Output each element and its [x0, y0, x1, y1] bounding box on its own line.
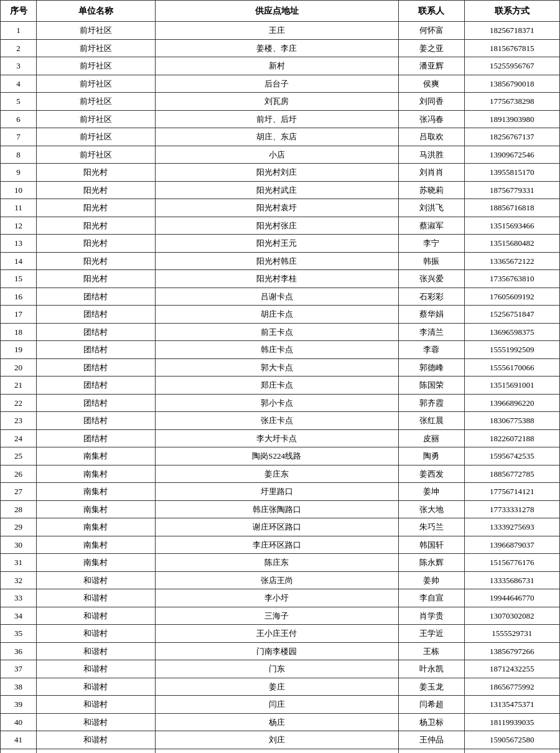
- table-cell: 阳光村: [37, 270, 155, 288]
- table-cell: 39: [1, 696, 37, 714]
- table-cell: 15: [1, 270, 37, 288]
- table-cell: 马洪胜: [398, 146, 464, 164]
- table-cell: 28: [1, 500, 37, 518]
- table-row: 22团结村郭小卡点郭齐霞13966896220: [1, 394, 560, 412]
- table-row: 9阳光村阳光村刘庄刘肖肖13955815170: [1, 164, 560, 182]
- table-cell: 21: [1, 376, 37, 395]
- header-unit: 单位名称: [37, 1, 155, 22]
- table-cell: 15255956767: [464, 57, 559, 75]
- table-cell: 李清兰: [398, 323, 464, 341]
- table-cell: 杨庄: [155, 713, 398, 731]
- table-row: 12阳光村阳光村张庄蔡淑军13515693466: [1, 217, 560, 235]
- table-row: 27南集村圩里路口姜坤17756714121: [1, 483, 560, 501]
- table-cell: 南集村: [37, 554, 155, 572]
- table-cell: 王仲品: [398, 731, 464, 749]
- table-row: 1前圩社区王庄何怀富18256718371: [1, 22, 560, 40]
- table-cell: 17733331278: [464, 500, 559, 518]
- table-cell: 4: [1, 75, 37, 93]
- table-row: 3前圩社区新村潘亚辉15255956767: [1, 57, 560, 75]
- table-row: 6前圩社区前圩、后圩张冯春18913903980: [1, 110, 560, 128]
- table-cell: 阳光村韩庄: [155, 252, 398, 270]
- table-cell: 和谐村: [37, 589, 155, 607]
- table-cell: 前圩社区: [37, 75, 155, 93]
- table-cell: 13: [1, 235, 37, 253]
- table-cell: 24: [1, 429, 37, 447]
- table-cell: 阳光村: [37, 235, 155, 253]
- table-cell: 33: [1, 589, 37, 607]
- table-cell: 42: [1, 749, 37, 753]
- table-cell: 13966879037: [464, 536, 559, 554]
- table-cell: 1555529731: [464, 625, 559, 643]
- table-cell: 13070302082: [464, 607, 559, 625]
- table-cell: 13515693466: [464, 217, 559, 235]
- table-row: 39和谐村闫庄闫希超13135475371: [1, 696, 560, 714]
- table-cell: 阳光村袁圩: [155, 199, 398, 217]
- table-cell: 陈永辉: [398, 554, 464, 572]
- table-cell: 15556170066: [464, 358, 559, 376]
- table-cell: 朱巧兰: [398, 518, 464, 536]
- table-cell: 南集村: [37, 518, 155, 536]
- table-cell: 张大地: [398, 500, 464, 518]
- table-cell: 前圩社区: [37, 128, 155, 146]
- header-index: 序号: [1, 1, 37, 22]
- table-cell: 和谐村: [37, 731, 155, 749]
- table-cell: 李蓉: [398, 341, 464, 359]
- table-cell: 13955815170: [464, 164, 559, 182]
- table-row: 40和谐村杨庄杨卫标18119939035: [1, 713, 560, 731]
- table-row: 26南集村姜庄东姜西发18856772785: [1, 465, 560, 483]
- table-cell: 圩里路口: [155, 483, 398, 501]
- table-cell: 15256751847: [464, 306, 559, 324]
- table-cell: 和谐村: [37, 571, 155, 589]
- table-cell: 陶岗S224线路: [155, 447, 398, 465]
- table-cell: 高菜: [155, 749, 398, 753]
- table-cell: 吕取欢: [398, 128, 464, 146]
- table-cell: 3: [1, 57, 37, 75]
- table-cell: 刘洪飞: [398, 199, 464, 217]
- table-cell: 李庄环区路口: [155, 536, 398, 554]
- table-row: 16团结村吕谢卡点石彩彩17605609192: [1, 288, 560, 306]
- table-row: 10阳光村阳光村武庄苏晓莉18756779331: [1, 181, 560, 199]
- table-cell: 31: [1, 554, 37, 572]
- table-cell: 13339275693: [464, 518, 559, 536]
- table-cell: 刘同香: [398, 93, 464, 111]
- table-cell: 32: [1, 571, 37, 589]
- table-cell: 前王卡点: [155, 323, 398, 341]
- table-cell: 17733320581: [464, 749, 559, 753]
- table-cell: 张冯春: [398, 110, 464, 128]
- table-cell: 5: [1, 93, 37, 111]
- table-row: 5前圩社区刘瓦房刘同香17756738298: [1, 93, 560, 111]
- table-cell: 和谐村: [37, 696, 155, 714]
- table-cell: 8: [1, 146, 37, 164]
- table-cell: 12: [1, 217, 37, 235]
- table-cell: 16: [1, 288, 37, 306]
- table-cell: 19: [1, 341, 37, 359]
- table-cell: 后台子: [155, 75, 398, 93]
- table-cell: 刘庄: [155, 731, 398, 749]
- table-cell: 17356763810: [464, 270, 559, 288]
- table-cell: 韩振: [398, 252, 464, 270]
- table-cell: 团结村: [37, 323, 155, 341]
- table-cell: 韩庄张陶路口: [155, 500, 398, 518]
- table-cell: 肖学贵: [398, 607, 464, 625]
- table-cell: 阳光村王元: [155, 235, 398, 253]
- table-cell: 闫庄: [155, 696, 398, 714]
- table-cell: 团结村: [37, 288, 155, 306]
- table-cell: 王栋: [398, 642, 464, 660]
- table-cell: 南集村: [37, 465, 155, 483]
- table-cell: 和谐村: [37, 678, 155, 696]
- table-cell: 13696598375: [464, 323, 559, 341]
- table-cell: 陈国荣: [398, 376, 464, 395]
- header-addr: 供应点地址: [155, 1, 398, 22]
- table-cell: 17: [1, 306, 37, 324]
- table-cell: 13909672546: [464, 146, 559, 164]
- table-cell: 李自宣: [398, 589, 464, 607]
- table-row: 30南集村李庄环区路口韩国轩13966879037: [1, 536, 560, 554]
- table-cell: 团结村: [37, 412, 155, 430]
- table-row: 35和谐村王小庄王付王学近1555529731: [1, 625, 560, 643]
- table-cell: 35: [1, 625, 37, 643]
- table-cell: 40: [1, 713, 37, 731]
- table-cell: 前圩社区: [37, 22, 155, 40]
- table-cell: 18306775388: [464, 412, 559, 430]
- table-cell: 18756779331: [464, 181, 559, 199]
- table-cell: 13856797266: [464, 642, 559, 660]
